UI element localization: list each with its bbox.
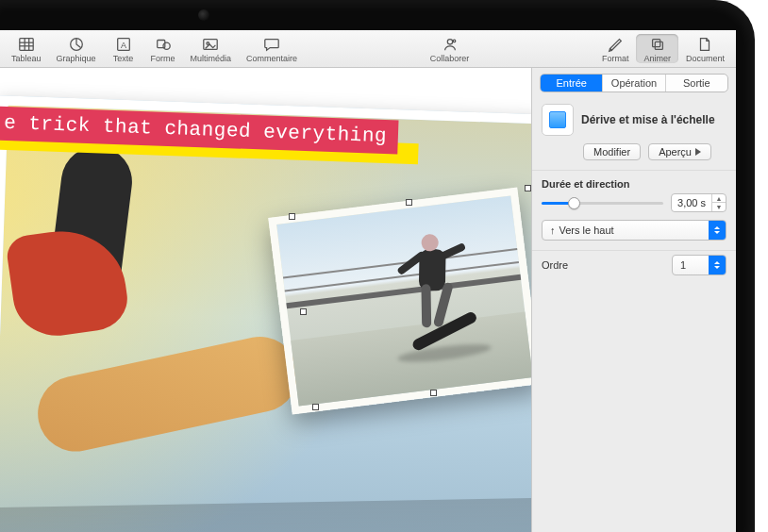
document-icon <box>696 36 713 53</box>
toolbar-label: Tableau <box>11 54 42 63</box>
toolbar-graphique[interactable]: Graphique <box>49 34 104 63</box>
toolbar-label: Collaborer <box>430 54 470 63</box>
toolbar-label: Format <box>602 54 629 63</box>
selection-handle[interactable] <box>525 185 531 191</box>
toolbar: Tableau Graphique A Texte Forme <box>0 30 736 68</box>
effect-thumbnail <box>542 104 574 136</box>
toolbar-tableau[interactable]: Tableau <box>4 34 49 63</box>
media-icon <box>202 36 219 53</box>
comment-icon <box>263 36 280 53</box>
chart-icon <box>68 36 85 53</box>
tab-entree[interactable]: Entrée <box>541 75 603 91</box>
shape-icon <box>155 36 172 53</box>
svg-text:A: A <box>121 41 126 50</box>
chevron-updown-icon <box>709 221 726 240</box>
svg-rect-0 <box>20 39 33 51</box>
preview-effect-button[interactable]: Aperçu <box>648 143 711 160</box>
svg-point-12 <box>447 40 452 44</box>
toolbar-format[interactable]: Format <box>594 34 637 63</box>
selection-handle[interactable] <box>312 404 319 410</box>
order-value: 1 <box>680 259 686 271</box>
toolbar-forme[interactable]: Forme <box>143 34 183 63</box>
toolbar-label: Graphique <box>57 54 96 63</box>
play-icon <box>695 148 701 156</box>
table-icon <box>18 36 35 53</box>
slide-canvas[interactable]: e trick that changed everything <box>0 68 531 532</box>
svg-rect-15 <box>652 40 659 47</box>
toolbar-document[interactable]: Document <box>678 34 732 63</box>
selection-handle[interactable] <box>289 213 295 220</box>
toolbar-label: Multimédia <box>191 54 232 63</box>
text-icon: A <box>115 36 132 53</box>
button-label: Aperçu <box>659 146 692 158</box>
duration-section-label: Durée et direction <box>532 170 736 193</box>
tab-operation[interactable]: Opération <box>603 75 665 91</box>
selection-handle[interactable] <box>300 308 307 315</box>
button-label: Modifier <box>593 146 630 158</box>
format-icon <box>607 36 624 53</box>
toolbar-label: Commentaire <box>246 54 297 63</box>
selection-handle[interactable] <box>430 390 437 396</box>
effect-name: Dérive et mise à l'échelle <box>581 113 715 126</box>
toolbar-commentaire[interactable]: Commentaire <box>239 34 305 63</box>
direction-popup[interactable]: ↑Vers le haut <box>542 220 726 241</box>
animation-tabs: Entrée Opération Sortie <box>540 74 728 92</box>
toolbar-label: Forme <box>151 54 175 63</box>
duration-stepper[interactable]: ▲▼ <box>711 194 726 211</box>
duration-field[interactable]: 3,00 s ▲▼ <box>671 193 726 212</box>
duration-value: 3,00 s <box>672 197 711 208</box>
toolbar-label: Animer <box>643 54 671 63</box>
direction-value: Vers le haut <box>559 224 614 236</box>
toolbar-label: Texte <box>113 54 134 63</box>
toolbar-label: Document <box>686 54 725 63</box>
app-window: Tableau Graphique A Texte Forme <box>0 30 736 532</box>
laptop-bezel: Tableau Graphique A Texte Forme <box>0 0 755 532</box>
order-popup[interactable]: 1 <box>672 255 726 275</box>
chevron-updown-icon <box>709 256 726 274</box>
toolbar-collaborer[interactable]: Collaborer <box>423 34 477 63</box>
camera-dot <box>198 9 209 21</box>
selection-handle[interactable] <box>406 199 412 206</box>
duration-slider[interactable] <box>542 195 663 210</box>
modify-effect-button[interactable]: Modifier <box>583 143 641 160</box>
toolbar-texte[interactable]: A Texte <box>104 34 143 63</box>
svg-point-13 <box>453 40 456 42</box>
animate-icon <box>649 36 666 53</box>
collaborate-icon <box>442 36 459 53</box>
tab-sortie[interactable]: Sortie <box>666 75 727 91</box>
inspector-panel: Entrée Opération Sortie Dérive et mise à… <box>531 68 736 532</box>
toolbar-multimedia[interactable]: Multimédia <box>183 34 240 63</box>
toolbar-animer[interactable]: Animer <box>636 34 678 63</box>
order-label: Ordre <box>542 259 568 271</box>
svg-point-9 <box>163 42 170 49</box>
svg-rect-14 <box>655 42 662 49</box>
selected-photo[interactable] <box>268 188 531 415</box>
arrow-up-icon: ↑ <box>550 224 556 236</box>
